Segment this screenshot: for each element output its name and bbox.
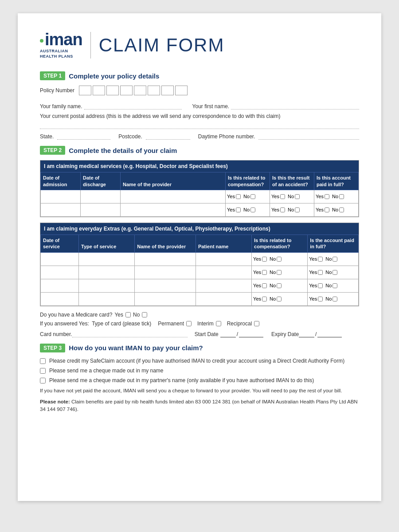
provider-med-1[interactable] xyxy=(121,190,226,203)
permanent-checkbox[interactable] xyxy=(186,321,192,326)
ext-paid-yes-1[interactable] xyxy=(318,257,323,262)
paid-yes-1[interactable] xyxy=(325,194,329,199)
bold-note-text: Claim benefits are paid by nib health fu… xyxy=(40,399,358,412)
expiry-mm[interactable] xyxy=(317,330,342,337)
admission-2[interactable] xyxy=(41,203,81,216)
svc-date-2[interactable] xyxy=(41,266,79,279)
svc-date-4[interactable] xyxy=(41,292,79,305)
expiry-dd[interactable] xyxy=(299,330,314,337)
step2-title: Complete the details of your claim xyxy=(69,147,177,154)
yes-label-med: Yes xyxy=(114,312,123,318)
comp-ext-1: Yes No xyxy=(252,252,308,266)
policy-box-5[interactable] xyxy=(134,86,146,95)
discharge-2[interactable] xyxy=(81,203,121,216)
provider-ext-3[interactable] xyxy=(135,279,196,292)
paid-no-2[interactable] xyxy=(339,207,344,212)
phone-field[interactable] xyxy=(258,133,359,140)
comp-no-1[interactable] xyxy=(250,194,255,199)
acc-yes-2[interactable] xyxy=(280,207,285,212)
medicare-yes-checkbox[interactable] xyxy=(125,312,131,317)
interim-checkbox[interactable] xyxy=(216,321,221,326)
postcode-field[interactable] xyxy=(146,133,190,140)
policy-box-2[interactable] xyxy=(93,86,105,95)
ext-comp-yes-3[interactable] xyxy=(262,283,267,288)
discharge-1[interactable] xyxy=(81,190,121,203)
col-service-date: Date ofservice xyxy=(41,235,79,252)
postal-label: Your current postal address (this is the… xyxy=(40,113,359,119)
policy-box-1[interactable] xyxy=(79,86,91,95)
comp-yes-2[interactable] xyxy=(236,207,241,212)
extras-row-2: Yes No Yes No xyxy=(41,266,359,279)
start-sep-1: / xyxy=(237,331,238,337)
patient-4[interactable] xyxy=(196,292,251,305)
ext-comp-no-2[interactable] xyxy=(277,270,282,275)
option3-text: Please send me a cheque made out in my p… xyxy=(49,377,314,383)
ext-comp-yes-4[interactable] xyxy=(262,297,267,301)
provider-ext-2[interactable] xyxy=(135,266,196,279)
start-dd[interactable] xyxy=(220,330,236,337)
family-name-field[interactable] xyxy=(84,102,182,110)
option2-checkbox[interactable] xyxy=(40,368,46,374)
policy-box-8[interactable] xyxy=(175,86,188,95)
address-field[interactable] xyxy=(40,121,359,129)
svc-date-3[interactable] xyxy=(41,279,79,292)
card-number-field[interactable] xyxy=(72,329,188,337)
reciprocal-label: Reciprocal xyxy=(227,321,252,327)
acc-no-1[interactable] xyxy=(295,194,300,199)
ext-comp-no-3[interactable] xyxy=(277,283,282,288)
ext-comp-no-1[interactable] xyxy=(277,257,282,262)
state-field[interactable] xyxy=(57,133,110,140)
paid-no-1[interactable] xyxy=(339,194,344,199)
svc-type-4[interactable] xyxy=(79,292,135,305)
paid-med-2: Yes No xyxy=(314,203,359,216)
svc-date-1[interactable] xyxy=(41,252,79,266)
ext-paid-no-2[interactable] xyxy=(332,270,337,275)
patient-1[interactable] xyxy=(196,252,251,266)
step3-header: STEP 3 How do you want IMAN to pay your … xyxy=(40,344,359,352)
policy-box-6[interactable] xyxy=(148,86,160,95)
policy-box-7[interactable] xyxy=(161,86,174,95)
step2-header: STEP 2 Complete the details of your clai… xyxy=(40,146,359,155)
ext-paid-no-4[interactable] xyxy=(332,297,337,301)
col-provider-ext: Name of the provider xyxy=(135,235,196,252)
option1-checkbox[interactable] xyxy=(40,358,46,364)
reciprocal-checkbox[interactable] xyxy=(254,321,259,326)
svc-type-2[interactable] xyxy=(79,266,135,279)
patient-2[interactable] xyxy=(196,266,251,279)
option3-checkbox[interactable] xyxy=(40,378,46,383)
ext-paid-no-3[interactable] xyxy=(332,283,337,288)
provider-ext-4[interactable] xyxy=(135,292,196,305)
policy-box-4[interactable] xyxy=(120,86,133,95)
start-mm[interactable] xyxy=(239,330,263,337)
ext-paid-no-1[interactable] xyxy=(332,257,337,262)
patient-3[interactable] xyxy=(196,279,251,292)
comp-no-2[interactable] xyxy=(250,207,255,212)
acc-yes-1[interactable] xyxy=(280,194,285,199)
step3-note: If you have not yet paid the account, IM… xyxy=(40,387,359,395)
card-type-label: If you answered Yes: Type of card (pleas… xyxy=(40,321,151,327)
svc-type-3[interactable] xyxy=(79,279,135,292)
svc-type-1[interactable] xyxy=(79,252,135,266)
ext-paid-yes-2[interactable] xyxy=(318,270,323,275)
provider-med-2[interactable] xyxy=(121,203,226,216)
col-patient: Patient name xyxy=(196,235,251,252)
acc-no-2[interactable] xyxy=(295,207,300,212)
admission-1[interactable] xyxy=(41,190,81,203)
medicare-no-checkbox[interactable] xyxy=(142,312,147,317)
ext-comp-yes-2[interactable] xyxy=(262,270,267,275)
option2-text: Please send me a cheque made out in my n… xyxy=(49,368,163,374)
policy-box-3[interactable] xyxy=(106,86,119,95)
first-name-field[interactable] xyxy=(231,102,359,110)
ext-comp-yes-1[interactable] xyxy=(262,257,267,262)
ext-paid-yes-3[interactable] xyxy=(318,283,323,288)
comp-yes-1[interactable] xyxy=(236,194,241,199)
paid-yes-2[interactable] xyxy=(325,207,329,212)
col-compensation-ext: Is this related to compensation? xyxy=(252,235,308,252)
ext-comp-no-4[interactable] xyxy=(277,297,282,301)
extras-table: Date ofservice Type of service Name of t… xyxy=(40,235,359,306)
step3-label: STEP 3 xyxy=(40,344,65,352)
provider-ext-1[interactable] xyxy=(135,252,196,266)
extras-header: I am claiming everyday Extras (e.g. Gene… xyxy=(40,223,359,235)
ext-paid-yes-4[interactable] xyxy=(318,297,323,301)
medical-row-1: Yes No Yes No Yes No xyxy=(41,190,359,203)
